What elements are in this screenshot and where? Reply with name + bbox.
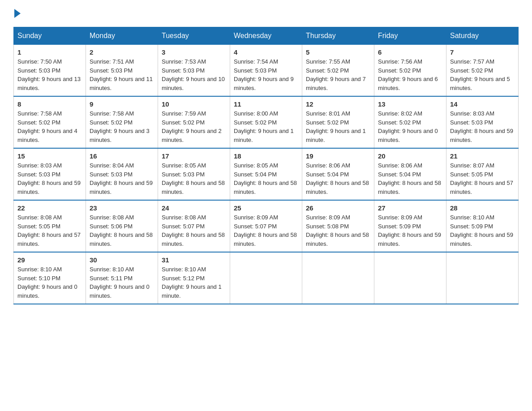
day-info: Sunrise: 8:05 AMSunset: 5:04 PMDaylight:… (234, 161, 298, 196)
calendar-table: SundayMondayTuesdayWednesdayThursdayFrid… (13, 27, 519, 304)
week-row-3: 15 Sunrise: 8:03 AMSunset: 5:03 PMDaylig… (14, 148, 519, 200)
calendar-cell: 19 Sunrise: 8:06 AMSunset: 5:04 PMDaylig… (302, 148, 374, 200)
calendar-cell: 30 Sunrise: 8:10 AMSunset: 5:11 PMDaylig… (86, 252, 158, 304)
header-day-tuesday: Tuesday (158, 27, 230, 45)
day-number: 2 (90, 48, 154, 56)
calendar-cell: 29 Sunrise: 8:10 AMSunset: 5:10 PMDaylig… (14, 252, 86, 304)
calendar-cell (230, 252, 302, 304)
calendar-cell: 8 Sunrise: 7:58 AMSunset: 5:02 PMDayligh… (14, 96, 86, 148)
day-number: 20 (378, 152, 442, 160)
day-number: 29 (17, 256, 82, 264)
calendar-cell: 13 Sunrise: 8:02 AMSunset: 5:02 PMDaylig… (374, 96, 446, 148)
calendar-cell: 31 Sunrise: 8:10 AMSunset: 5:12 PMDaylig… (158, 252, 230, 304)
day-number: 6 (378, 48, 442, 56)
day-number: 3 (162, 48, 226, 56)
calendar-cell: 17 Sunrise: 8:05 AMSunset: 5:03 PMDaylig… (158, 148, 230, 200)
week-row-2: 8 Sunrise: 7:58 AMSunset: 5:02 PMDayligh… (14, 96, 519, 148)
header-day-thursday: Thursday (302, 27, 374, 45)
day-number: 16 (90, 152, 154, 160)
calendar-cell: 25 Sunrise: 8:09 AMSunset: 5:07 PMDaylig… (230, 200, 302, 252)
calendar-cell: 22 Sunrise: 8:08 AMSunset: 5:05 PMDaylig… (14, 200, 86, 252)
calendar-cell: 20 Sunrise: 8:06 AMSunset: 5:04 PMDaylig… (374, 148, 446, 200)
day-info: Sunrise: 7:58 AMSunset: 5:02 PMDaylight:… (90, 109, 154, 144)
day-number: 9 (90, 100, 154, 108)
day-info: Sunrise: 8:01 AMSunset: 5:02 PMDaylight:… (306, 109, 370, 144)
calendar-cell: 27 Sunrise: 8:09 AMSunset: 5:09 PMDaylig… (374, 200, 446, 252)
day-info: Sunrise: 8:08 AMSunset: 5:06 PMDaylight:… (90, 213, 154, 248)
header-row: SundayMondayTuesdayWednesdayThursdayFrid… (14, 27, 519, 45)
day-info: Sunrise: 8:03 AMSunset: 5:03 PMDaylight:… (450, 109, 515, 144)
day-info: Sunrise: 8:10 AMSunset: 5:10 PMDaylight:… (17, 265, 82, 300)
header-day-wednesday: Wednesday (230, 27, 302, 45)
day-info: Sunrise: 8:10 AMSunset: 5:12 PMDaylight:… (162, 265, 226, 300)
day-info: Sunrise: 8:08 AMSunset: 5:07 PMDaylight:… (162, 213, 226, 248)
day-info: Sunrise: 7:57 AMSunset: 5:02 PMDaylight:… (450, 57, 515, 92)
day-number: 1 (17, 48, 82, 56)
week-row-1: 1 Sunrise: 7:50 AMSunset: 5:03 PMDayligh… (14, 45, 519, 97)
day-info: Sunrise: 7:59 AMSunset: 5:02 PMDaylight:… (162, 109, 226, 144)
calendar-cell: 21 Sunrise: 8:07 AMSunset: 5:05 PMDaylig… (446, 148, 519, 200)
calendar-cell (374, 252, 446, 304)
day-number: 4 (234, 48, 298, 56)
calendar-cell: 10 Sunrise: 7:59 AMSunset: 5:02 PMDaylig… (158, 96, 230, 148)
calendar-cell: 15 Sunrise: 8:03 AMSunset: 5:03 PMDaylig… (14, 148, 86, 200)
day-info: Sunrise: 7:51 AMSunset: 5:03 PMDaylight:… (90, 57, 154, 92)
day-number: 24 (162, 204, 226, 212)
day-info: Sunrise: 8:03 AMSunset: 5:03 PMDaylight:… (17, 161, 82, 196)
day-info: Sunrise: 7:54 AMSunset: 5:03 PMDaylight:… (234, 57, 298, 92)
calendar-cell: 3 Sunrise: 7:53 AMSunset: 5:03 PMDayligh… (158, 45, 230, 97)
day-info: Sunrise: 8:10 AMSunset: 5:11 PMDaylight:… (90, 265, 154, 300)
day-info: Sunrise: 7:53 AMSunset: 5:03 PMDaylight:… (162, 57, 226, 92)
day-info: Sunrise: 8:05 AMSunset: 5:03 PMDaylight:… (162, 161, 226, 196)
calendar-cell: 1 Sunrise: 7:50 AMSunset: 5:03 PMDayligh… (14, 45, 86, 97)
calendar-cell: 9 Sunrise: 7:58 AMSunset: 5:02 PMDayligh… (86, 96, 158, 148)
calendar-cell (302, 252, 374, 304)
day-info: Sunrise: 7:55 AMSunset: 5:02 PMDaylight:… (306, 57, 370, 92)
day-number: 15 (17, 152, 82, 160)
day-info: Sunrise: 7:50 AMSunset: 5:03 PMDaylight:… (17, 57, 82, 92)
week-row-4: 22 Sunrise: 8:08 AMSunset: 5:05 PMDaylig… (14, 200, 519, 252)
calendar-cell: 18 Sunrise: 8:05 AMSunset: 5:04 PMDaylig… (230, 148, 302, 200)
day-info: Sunrise: 8:00 AMSunset: 5:02 PMDaylight:… (234, 109, 298, 144)
day-info: Sunrise: 7:58 AMSunset: 5:02 PMDaylight:… (17, 109, 82, 144)
day-info: Sunrise: 8:06 AMSunset: 5:04 PMDaylight:… (378, 161, 442, 196)
calendar-cell: 14 Sunrise: 8:03 AMSunset: 5:03 PMDaylig… (446, 96, 519, 148)
day-number: 26 (306, 204, 370, 212)
day-number: 28 (450, 204, 515, 212)
day-number: 18 (234, 152, 298, 160)
logo-arrow-icon (14, 9, 21, 18)
day-number: 17 (162, 152, 226, 160)
calendar-cell: 6 Sunrise: 7:56 AMSunset: 5:02 PMDayligh… (374, 45, 446, 97)
calendar-cell: 5 Sunrise: 7:55 AMSunset: 5:02 PMDayligh… (302, 45, 374, 97)
day-number: 11 (234, 100, 298, 108)
calendar-cell: 23 Sunrise: 8:08 AMSunset: 5:06 PMDaylig… (86, 200, 158, 252)
day-info: Sunrise: 8:04 AMSunset: 5:03 PMDaylight:… (90, 161, 154, 196)
day-info: Sunrise: 7:56 AMSunset: 5:02 PMDaylight:… (378, 57, 442, 92)
calendar-cell: 7 Sunrise: 7:57 AMSunset: 5:02 PMDayligh… (446, 45, 519, 97)
logo-blue-part (13, 9, 22, 18)
day-number: 13 (378, 100, 442, 108)
day-info: Sunrise: 8:06 AMSunset: 5:04 PMDaylight:… (306, 161, 370, 196)
calendar-cell (446, 252, 519, 304)
day-number: 10 (162, 100, 226, 108)
day-number: 27 (378, 204, 442, 212)
day-number: 5 (306, 48, 370, 56)
calendar-cell: 26 Sunrise: 8:09 AMSunset: 5:08 PMDaylig… (302, 200, 374, 252)
header-day-saturday: Saturday (446, 27, 519, 45)
header-day-monday: Monday (86, 27, 158, 45)
calendar-body: 1 Sunrise: 7:50 AMSunset: 5:03 PMDayligh… (14, 45, 519, 304)
day-number: 14 (450, 100, 515, 108)
day-number: 12 (306, 100, 370, 108)
day-info: Sunrise: 8:09 AMSunset: 5:08 PMDaylight:… (306, 213, 370, 248)
week-row-5: 29 Sunrise: 8:10 AMSunset: 5:10 PMDaylig… (14, 252, 519, 304)
day-number: 8 (17, 100, 82, 108)
calendar-cell: 28 Sunrise: 8:10 AMSunset: 5:09 PMDaylig… (446, 200, 519, 252)
day-info: Sunrise: 8:02 AMSunset: 5:02 PMDaylight:… (378, 109, 442, 144)
calendar-cell: 24 Sunrise: 8:08 AMSunset: 5:07 PMDaylig… (158, 200, 230, 252)
day-info: Sunrise: 8:07 AMSunset: 5:05 PMDaylight:… (450, 161, 515, 196)
day-number: 31 (162, 256, 226, 264)
day-number: 25 (234, 204, 298, 212)
logo (13, 9, 22, 18)
day-info: Sunrise: 8:09 AMSunset: 5:09 PMDaylight:… (378, 213, 442, 248)
calendar-header: SundayMondayTuesdayWednesdayThursdayFrid… (14, 27, 519, 45)
